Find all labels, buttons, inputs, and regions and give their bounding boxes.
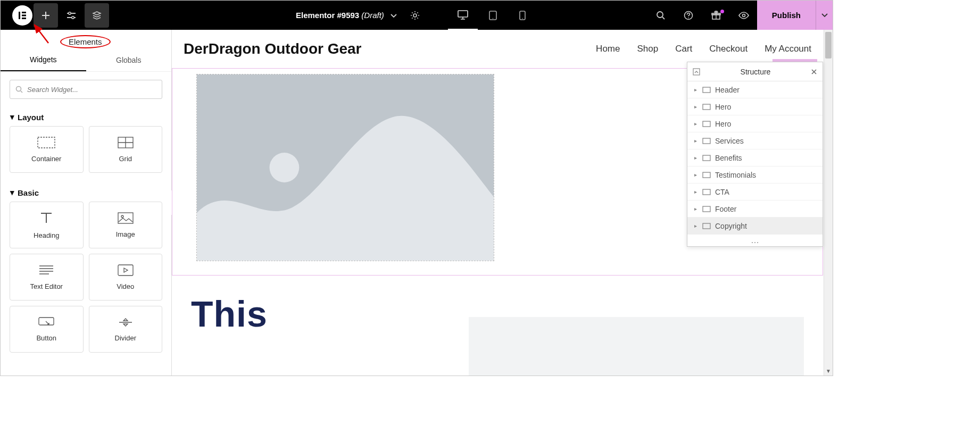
container-icon bbox=[702, 155, 711, 161]
mobile-icon bbox=[519, 11, 526, 20]
structure-item-label: Benefits bbox=[715, 154, 742, 162]
help-button[interactable] bbox=[675, 3, 702, 28]
widget-text-editor[interactable]: Text Editor bbox=[10, 254, 84, 301]
widget-button[interactable]: Button bbox=[10, 306, 84, 353]
structure-item-label: Hero bbox=[715, 103, 731, 111]
document-status: (Draft) bbox=[361, 11, 384, 20]
structure-item-label: Services bbox=[715, 137, 744, 145]
preview-button[interactable] bbox=[730, 3, 757, 28]
chevron-down-icon[interactable] bbox=[391, 14, 397, 18]
structure-item-cta[interactable]: ▸CTA bbox=[687, 184, 823, 201]
svg-point-6 bbox=[413, 14, 417, 17]
nav-my-account[interactable]: My Account bbox=[765, 44, 811, 54]
structure-item-copyright[interactable]: ▸Copyright bbox=[687, 218, 823, 235]
search-widget-input[interactable] bbox=[10, 80, 162, 99]
structure-item-services[interactable]: ▸Services bbox=[687, 132, 823, 149]
panel-tabs: Widgets Globals bbox=[1, 48, 171, 72]
device-desktop-button[interactable] bbox=[448, 1, 478, 30]
elementor-logo[interactable] bbox=[12, 5, 32, 26]
structure-more-button[interactable]: … bbox=[687, 235, 823, 246]
scroll-down-arrow[interactable]: ▼ bbox=[824, 366, 833, 376]
caret-right-icon: ▸ bbox=[693, 87, 698, 93]
svg-point-5 bbox=[72, 16, 74, 18]
widget-grid[interactable]: Grid bbox=[89, 126, 163, 173]
container-icon bbox=[702, 104, 711, 110]
svg-rect-3 bbox=[22, 18, 26, 19]
structure-collapse-button[interactable] bbox=[693, 68, 700, 76]
widget-video[interactable]: Video bbox=[89, 254, 163, 301]
scrollbar-thumb[interactable] bbox=[825, 32, 832, 59]
structure-item-hero[interactable]: ▸Hero bbox=[687, 98, 823, 115]
structure-list: ▸Header▸Hero▸Hero▸Services▸Benefits▸Test… bbox=[687, 81, 823, 235]
caret-down-icon: ▾ bbox=[10, 188, 14, 197]
sliders-icon bbox=[67, 12, 76, 19]
svg-rect-42 bbox=[703, 206, 710, 212]
caret-right-icon: ▸ bbox=[693, 104, 698, 110]
svg-rect-38 bbox=[703, 138, 710, 144]
gift-icon bbox=[711, 11, 721, 20]
device-mobile-button[interactable] bbox=[508, 1, 537, 30]
widget-container[interactable]: Container bbox=[10, 126, 84, 173]
image-placeholder[interactable] bbox=[197, 74, 494, 261]
svg-point-22 bbox=[121, 215, 123, 218]
vertical-scrollbar[interactable]: ▲ ▼ bbox=[824, 30, 833, 376]
grid-icon bbox=[118, 137, 134, 148]
svg-rect-23 bbox=[118, 265, 133, 276]
search-icon bbox=[15, 86, 23, 93]
svg-point-9 bbox=[492, 18, 493, 19]
site-brand: DerDragon Outdoor Gear bbox=[184, 40, 361, 57]
tab-widgets[interactable]: Widgets bbox=[1, 48, 86, 71]
structure-item-hero[interactable]: ▸Hero bbox=[687, 115, 823, 132]
svg-point-11 bbox=[522, 18, 523, 19]
topbar-right: Publish bbox=[646, 1, 833, 30]
tab-globals[interactable]: Globals bbox=[86, 48, 172, 71]
svg-point-16 bbox=[742, 14, 745, 16]
structure-toggle-button[interactable] bbox=[85, 3, 109, 28]
close-icon bbox=[811, 69, 817, 75]
structure-item-footer[interactable]: ▸Footer bbox=[687, 201, 823, 218]
structure-item-header[interactable]: ▸Header bbox=[687, 81, 823, 98]
site-settings-button[interactable] bbox=[59, 3, 84, 28]
layout-widget-grid: Container Grid bbox=[1, 126, 171, 182]
svg-rect-37 bbox=[703, 121, 710, 127]
notification-dot bbox=[720, 10, 724, 13]
publish-button[interactable]: Publish bbox=[757, 1, 816, 30]
widget-divider[interactable]: Divider bbox=[89, 306, 163, 353]
structure-header: Structure bbox=[687, 62, 823, 81]
structure-item-benefits[interactable]: ▸Benefits bbox=[687, 149, 823, 166]
svg-rect-0 bbox=[19, 12, 20, 19]
search-icon bbox=[656, 11, 666, 20]
structure-close-button[interactable] bbox=[811, 69, 817, 75]
add-element-button[interactable] bbox=[34, 3, 58, 28]
publish-options-button[interactable] bbox=[816, 1, 833, 30]
structure-item-testimonials[interactable]: ▸Testimonials bbox=[687, 166, 823, 184]
device-tablet-button[interactable] bbox=[478, 1, 508, 30]
placeholder-graphic bbox=[197, 74, 494, 261]
container-selected[interactable] bbox=[196, 74, 494, 261]
nav-cart[interactable]: Cart bbox=[675, 44, 692, 54]
caret-right-icon: ▸ bbox=[693, 189, 698, 195]
category-basic-header[interactable]: ▾ Basic bbox=[1, 182, 171, 202]
widget-heading[interactable]: Heading bbox=[10, 202, 84, 248]
widget-image[interactable]: Image bbox=[89, 202, 163, 248]
caret-right-icon: ▸ bbox=[693, 121, 698, 127]
desktop-icon bbox=[458, 10, 468, 20]
nav-shop[interactable]: Shop bbox=[637, 44, 658, 54]
finder-button[interactable] bbox=[647, 3, 674, 28]
search-input-field[interactable] bbox=[27, 86, 156, 94]
category-layout-header[interactable]: ▾ Layout bbox=[1, 107, 171, 126]
svg-rect-34 bbox=[693, 69, 700, 75]
container-icon bbox=[702, 172, 711, 178]
whats-new-button[interactable] bbox=[703, 3, 729, 28]
nav-checkout[interactable]: Checkout bbox=[709, 44, 748, 54]
svg-rect-35 bbox=[703, 87, 710, 93]
container-icon bbox=[702, 206, 711, 212]
heading-icon bbox=[38, 211, 54, 225]
svg-rect-43 bbox=[703, 223, 710, 229]
nav-home[interactable]: Home bbox=[596, 44, 620, 54]
tablet-icon bbox=[489, 11, 497, 20]
document-title[interactable]: Elementor #9593 (Draft) bbox=[296, 11, 397, 20]
structure-item-label: Footer bbox=[715, 205, 736, 213]
page-settings-button[interactable] bbox=[406, 3, 424, 28]
divider-icon bbox=[118, 317, 134, 328]
